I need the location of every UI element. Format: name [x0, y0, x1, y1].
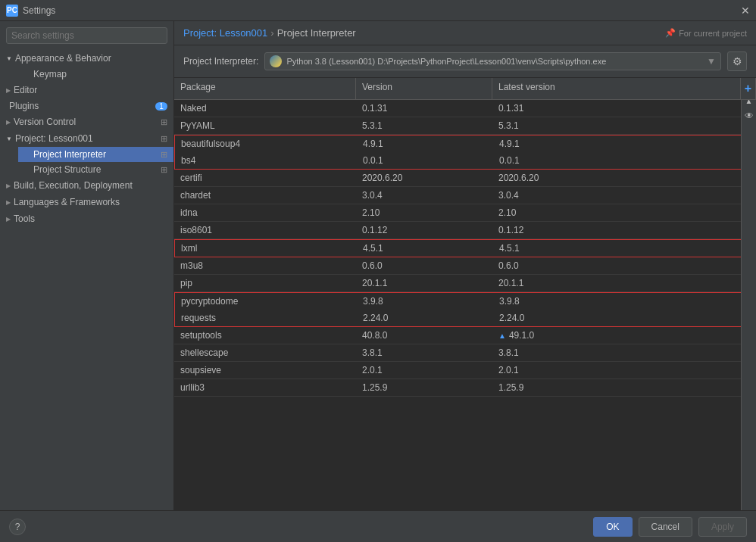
chevron-down-icon: ▼	[707, 56, 716, 67]
sidebar-item-editor[interactable]: ▶ Editor	[0, 82, 173, 98]
package-name: pip	[174, 275, 356, 291]
package-name: bs4	[175, 152, 357, 169]
vcs-icon: ⊞	[161, 165, 167, 175]
package-name: beautifulsoup4	[175, 136, 357, 152]
search-input[interactable]	[6, 27, 167, 44]
interpreter-bar: Project Interpreter: Python 3.8 (Lesson0…	[174, 45, 756, 78]
chevron-right-icon: ▶	[6, 87, 11, 94]
package-name: m3u8	[174, 257, 356, 274]
latest-version-value: 49.1.0	[509, 330, 534, 341]
breadcrumb-parent[interactable]: Project: Lesson001	[183, 27, 267, 39]
sidebar-item-label: Tools	[14, 213, 35, 224]
package-latest: 0.6.0	[492, 257, 756, 274]
table-row: pip 20.1.1 20.1.1	[174, 275, 756, 292]
package-version: 4.5.1	[357, 240, 493, 257]
package-latest: 0.1.31	[492, 100, 756, 117]
interpreter-select[interactable]: Python 3.8 (Lesson001) D:\Projects\Pytho…	[264, 52, 721, 70]
sidebar-child-appearance: Keymap	[0, 67, 173, 82]
table-row: setuptools 40.8.0 ▲ 49.1.0	[174, 327, 756, 344]
table-row: soupsieve 2.0.1 2.0.1	[174, 362, 756, 379]
column-header-version: Version	[356, 78, 492, 99]
sidebar-item-label: Version Control	[14, 117, 76, 127]
ok-button[interactable]: OK	[593, 517, 632, 537]
package-latest: 2.0.1	[492, 362, 756, 378]
package-version: 0.6.0	[356, 257, 492, 274]
main-layout: ▼ Appearance & Behavior Keymap ▶ Editor …	[0, 21, 756, 510]
breadcrumb-separator: ›	[270, 27, 273, 39]
sidebar-item-label: Editor	[14, 85, 37, 95]
sidebar-item-version-control[interactable]: ▶ Version Control ⊞	[0, 114, 173, 130]
packages-table: Package Version Latest version + Naked 0…	[174, 78, 756, 510]
plugins-badge: 1	[155, 102, 167, 111]
package-version: 40.8.0	[356, 327, 492, 344]
app-icon: PC	[6, 5, 18, 17]
bottom-left: ?	[9, 519, 26, 535]
package-latest: 1.25.9	[492, 379, 756, 396]
apply-button[interactable]: Apply	[698, 517, 747, 537]
sidebar-item-appearance-behavior[interactable]: ▼ Appearance & Behavior	[0, 50, 173, 67]
package-version: 3.0.4	[356, 187, 492, 204]
package-version: 2020.6.20	[356, 170, 492, 186]
close-button[interactable]: ✕	[741, 5, 750, 16]
package-latest: 3.0.4	[492, 187, 756, 204]
package-latest: 20.1.1	[492, 275, 756, 291]
table-row: requests 2.24.0 2.24.0	[174, 310, 756, 327]
package-name: Naked	[174, 100, 356, 117]
package-version: 20.1.1	[356, 275, 492, 291]
table-row: shellescape 3.8.1 3.8.1	[174, 344, 756, 362]
package-version: 3.9.8	[357, 293, 493, 310]
sidebar-item-plugins[interactable]: Plugins 1	[0, 98, 173, 114]
package-name: shellescape	[174, 344, 356, 361]
interpreter-label: Project Interpreter:	[183, 56, 258, 67]
cancel-button[interactable]: Cancel	[639, 517, 692, 537]
sidebar-item-keymap[interactable]: Keymap	[18, 67, 173, 82]
sidebar-item-label: Project Interpreter	[33, 149, 106, 160]
package-version: 4.9.1	[357, 136, 493, 152]
package-latest: 0.0.1	[493, 152, 755, 169]
chevron-right-icon: ▶	[6, 216, 11, 223]
for-current-project: 📌 For current project	[665, 28, 747, 38]
vcs-icon: ⊞	[161, 117, 167, 127]
package-latest: 2020.6.20	[492, 170, 756, 186]
content-area: Project: Lesson001 › Project Interpreter…	[174, 21, 756, 510]
package-latest: 0.1.12	[492, 222, 756, 238]
sidebar-item-tools[interactable]: ▶ Tools	[0, 210, 173, 227]
package-latest: ▲ 49.1.0	[492, 327, 756, 344]
sidebar-item-project-interpreter[interactable]: Project Interpreter ⊞	[18, 147, 173, 162]
pin-icon: 📌	[665, 28, 676, 38]
help-button[interactable]: ?	[9, 519, 26, 535]
eye-button[interactable]: 👁	[742, 108, 757, 123]
column-header-package: Package	[174, 78, 356, 99]
chevron-down-icon: ▼	[6, 55, 12, 62]
sidebar-item-label: Build, Execution, Deployment	[14, 180, 133, 191]
gear-button[interactable]: ⚙	[727, 51, 747, 71]
column-header-latest: Latest version	[492, 78, 741, 99]
table-row: chardet 3.0.4 3.0.4	[174, 187, 756, 204]
table-row: certifi 2020.6.20 2020.6.20	[174, 170, 756, 187]
sidebar-item-languages[interactable]: ▶ Languages & Frameworks	[0, 194, 173, 210]
package-version: 2.10	[356, 204, 492, 221]
package-version: 0.1.31	[356, 100, 492, 117]
sidebar-item-project[interactable]: ▼ Project: Lesson001 ⊞	[0, 130, 173, 147]
sidebar-item-label: Plugins	[9, 101, 39, 111]
package-name: soupsieve	[174, 362, 356, 378]
table-row: lxml 4.5.1 4.5.1	[174, 239, 756, 257]
sidebar-item-project-structure[interactable]: Project Structure ⊞	[18, 162, 173, 177]
package-name: pycryptodome	[175, 293, 357, 310]
sidebar-item-build[interactable]: ▶ Build, Execution, Deployment	[0, 177, 173, 194]
sidebar: ▼ Appearance & Behavior Keymap ▶ Editor …	[0, 21, 174, 510]
package-version: 5.3.1	[356, 117, 492, 134]
chevron-right-icon: ▶	[6, 119, 11, 126]
add-package-button[interactable]: +	[741, 78, 756, 99]
package-name: urllib3	[174, 379, 356, 396]
sidebar-item-label: Project: Lesson001	[15, 133, 93, 144]
window-title: Settings	[23, 5, 55, 16]
package-version: 2.0.1	[356, 362, 492, 378]
package-latest: 3.9.8	[493, 293, 755, 310]
package-name: iso8601	[174, 222, 356, 238]
package-latest: 4.5.1	[493, 240, 755, 257]
package-latest: 5.3.1	[492, 117, 756, 134]
sidebar-item-label: Appearance & Behavior	[15, 53, 111, 64]
table-row: m3u8 0.6.0 0.6.0	[174, 257, 756, 275]
table-right-controls: — ▲ 👁	[741, 78, 756, 510]
